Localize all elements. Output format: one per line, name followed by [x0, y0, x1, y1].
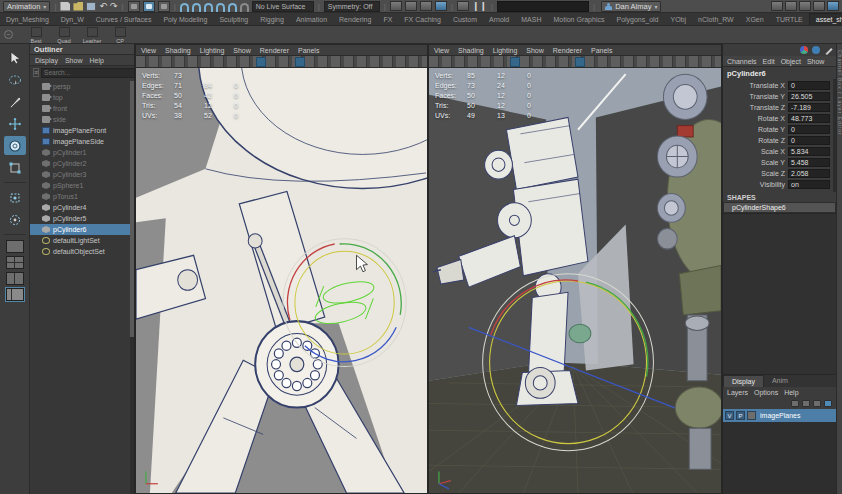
channel-box-menu-item[interactable]: Channels — [727, 58, 757, 65]
outliner-item[interactable]: defaultObjectSet — [30, 246, 134, 257]
empty-layer-icon[interactable] — [813, 400, 821, 407]
outliner-item[interactable]: pCylinder6 — [30, 224, 134, 235]
channel-label[interactable]: Rotate Z — [723, 137, 788, 144]
outliner-scrollbar[interactable] — [130, 81, 134, 494]
selected-object-name-field[interactable]: pCylinder6 — [723, 67, 836, 79]
symmetry-field[interactable]: Symmetry: Off — [324, 1, 380, 12]
outliner-item[interactable]: pCylinder5 — [30, 213, 134, 224]
active-shading-icon[interactable] — [256, 57, 266, 67]
outliner-item[interactable]: imagePlaneSide — [30, 136, 134, 147]
outliner-item[interactable]: side — [30, 114, 134, 125]
shelf-collapse-icon[interactable]: – — [4, 30, 13, 39]
channel-value-field[interactable]: 5.834 — [788, 147, 830, 156]
rotate-tool-button[interactable] — [4, 136, 26, 155]
manipulator-mode-icon[interactable] — [800, 46, 808, 54]
shelf-tab[interactable]: Arnold — [483, 14, 515, 25]
layer-editor-tab[interactable]: Display — [723, 375, 764, 387]
shelf-tab[interactable]: FX — [377, 14, 398, 25]
viewport-toolbar[interactable] — [429, 56, 721, 68]
channel-value-field[interactable]: 0 — [788, 125, 830, 134]
channel-label[interactable]: Visibility — [723, 181, 788, 188]
snap-view-plane-icon[interactable] — [228, 3, 237, 12]
layer-playback-toggle[interactable]: P — [736, 411, 745, 420]
outliner-item[interactable]: defaultLightSet — [30, 235, 134, 246]
undo-icon[interactable]: ↶ — [99, 2, 107, 11]
paint-select-tool-button[interactable] — [4, 92, 26, 111]
toggle-channel-box-icon[interactable] — [799, 1, 811, 11]
shelf-tab[interactable]: YObj — [665, 14, 693, 25]
viewport-toolbar[interactable] — [136, 56, 427, 68]
outliner-item[interactable]: pTorus1 — [30, 191, 134, 202]
outliner-item[interactable]: pSphere1 — [30, 180, 134, 191]
layer-editor-menu-item[interactable]: Layers — [727, 389, 748, 396]
channel-label[interactable]: Rotate X — [723, 115, 788, 122]
render-view-icon[interactable] — [390, 1, 402, 11]
ipr-render-icon[interactable] — [420, 1, 432, 11]
outliner-item[interactable]: pCylinder2 — [30, 158, 134, 169]
select-tool-button[interactable] — [4, 48, 26, 67]
layer-visibility-toggle[interactable]: V — [725, 411, 734, 420]
layer-editor-menu-item[interactable]: Options — [754, 389, 778, 396]
outliner-item[interactable]: front — [30, 103, 134, 114]
viewport-menu-item[interactable]: Show — [526, 47, 544, 54]
channel-value-field[interactable]: 0 — [788, 136, 830, 145]
toggle-outliner-icon[interactable] — [813, 1, 825, 11]
shelf-tab[interactable]: Curves / Surfaces — [90, 14, 158, 25]
channel-box-menu-item[interactable]: Edit — [763, 58, 775, 65]
viewport-menu-item[interactable]: Shading — [458, 47, 484, 54]
move-layer-up-icon[interactable] — [791, 400, 799, 407]
viewport-menu-item[interactable]: Renderer — [260, 47, 289, 54]
viewport-menu-item[interactable]: Panels — [591, 47, 612, 54]
user-account-selector[interactable]: Dan Almay ▾ — [601, 1, 661, 12]
layer-editor-menu-item[interactable]: Help — [784, 389, 798, 396]
hypershade-icon[interactable] — [457, 1, 469, 11]
channel-value-field[interactable]: 0 — [788, 81, 830, 90]
shelf-button[interactable]: Quad — [53, 27, 75, 43]
channel-label[interactable]: Scale X — [723, 148, 788, 155]
soft-mod-tool-button[interactable] — [4, 210, 26, 229]
shelf-tab[interactable]: MASH — [515, 14, 547, 25]
move-layer-down-icon[interactable] — [802, 400, 810, 407]
layout-outliner-persp-button[interactable] — [6, 288, 24, 301]
outliner-item[interactable]: top — [30, 92, 134, 103]
channel-label[interactable]: Translate X — [723, 82, 788, 89]
layer-row[interactable]: V P imagePlanes — [723, 409, 836, 422]
filter-icon[interactable]: ≡ — [33, 68, 39, 77]
outliner-item[interactable]: pCylinder1 — [30, 147, 134, 158]
shelf-tab[interactable]: Rendering — [333, 14, 377, 25]
hyperbolic-mode-icon[interactable] — [823, 45, 832, 54]
shelf-tab[interactable]: Rigging — [254, 14, 290, 25]
shelf-tab[interactable]: Sculpting — [213, 14, 254, 25]
layout-four-pane-button[interactable] — [6, 256, 24, 269]
shelf-tab[interactable]: FX Caching — [398, 14, 447, 25]
shelf-button[interactable]: CP — [109, 27, 131, 43]
outliner-menu-item[interactable]: Help — [89, 57, 103, 64]
channel-value-field[interactable]: 5.458 — [788, 158, 830, 167]
select-component-icon[interactable] — [158, 1, 170, 12]
render-current-frame-icon[interactable] — [405, 1, 417, 11]
snap-curve-icon[interactable] — [192, 3, 201, 12]
snap-grid-icon[interactable] — [180, 3, 189, 12]
viewport-canvas-persp[interactable]: Verts: 85 12 0 Edges: 73 24 0 Faces: — [429, 68, 721, 493]
viewport-menu-item[interactable]: Shading — [165, 47, 191, 54]
shelf-tab[interactable]: Polygons_old — [610, 14, 664, 25]
outliner-item[interactable]: pCylinder3 — [30, 169, 134, 180]
channel-label[interactable]: Scale Z — [723, 170, 788, 177]
menuset-selector[interactable]: Animation ▾ — [3, 1, 50, 12]
shelf-tab[interactable]: Custom — [447, 14, 483, 25]
snap-point-icon[interactable] — [204, 3, 213, 12]
shelf-button[interactable]: Leather — [81, 27, 103, 43]
snap-projected-center-icon[interactable] — [216, 3, 225, 12]
viewport-menu-item[interactable]: Panels — [298, 47, 319, 54]
new-layer-from-selected-icon[interactable] — [824, 400, 832, 407]
move-tool-button[interactable] — [4, 114, 26, 133]
modeling-toolkit-icon[interactable] — [827, 1, 839, 11]
outliner-item[interactable]: imagePlaneFront — [30, 125, 134, 136]
viewport-menu-item[interactable]: Show — [233, 47, 251, 54]
shelf-tab[interactable]: Dyn_W — [55, 14, 90, 25]
channel-label[interactable]: Rotate Y — [723, 126, 788, 133]
channel-value-field[interactable]: on — [788, 180, 830, 189]
live-surface-field[interactable]: No Live Surface — [252, 1, 314, 12]
toggle-attribute-editor-icon[interactable] — [771, 1, 783, 11]
viewport-menu-item[interactable]: View — [434, 47, 449, 54]
